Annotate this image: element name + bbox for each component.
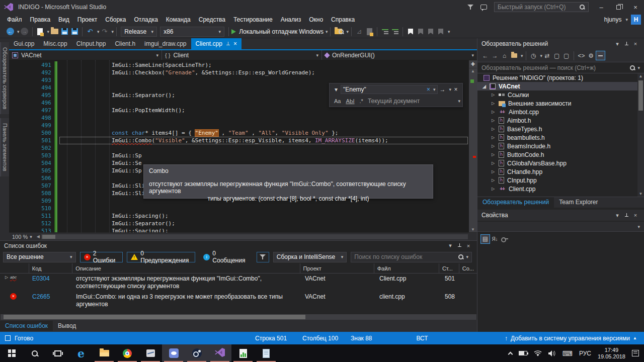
messages-toggle[interactable]: i 0 Сообщения: [199, 252, 252, 262]
tree-item-Aimbot.h[interactable]: ▷hAimbot.h: [477, 116, 644, 125]
se-back-icon[interactable]: ←: [480, 51, 490, 60]
expander-icon[interactable]: ▷: [492, 110, 499, 114]
language-indicator[interactable]: РУС: [579, 350, 591, 357]
match-case-toggle[interactable]: Aa: [334, 98, 341, 104]
error-list-hscrollbar[interactable]: [1, 314, 476, 320]
column-code[interactable]: Код: [29, 263, 73, 274]
save-all-icon[interactable]: [69, 27, 79, 36]
menu-item-10[interactable]: Окно: [305, 15, 327, 24]
properties-close-icon[interactable]: ×: [631, 212, 640, 218]
expander-icon[interactable]: ▷: [492, 178, 499, 183]
expander-icon[interactable]: ▷: [3, 275, 10, 280]
whole-word-toggle[interactable]: АЫ: [346, 98, 354, 104]
alphabetical-icon[interactable]: Я↓: [490, 234, 500, 244]
warnings-toggle[interactable]: 0 Предупреждения: [127, 252, 195, 262]
taskbar-task-view-button[interactable]: [46, 344, 69, 362]
se-properties-icon[interactable]: ⚙: [586, 51, 596, 60]
indent-icon[interactable]: [380, 27, 390, 36]
touch-keyboard-icon[interactable]: ⌨: [562, 350, 573, 357]
find-scope-select[interactable]: Текущий документ: [368, 98, 456, 105]
editor-horizontal-scrollbar[interactable]: [41, 234, 468, 239]
taskbar-chrome-button[interactable]: [116, 344, 139, 362]
feedback-icon[interactable]: [477, 2, 490, 12]
save-icon[interactable]: [59, 27, 69, 36]
tree-item-BeamsInclude.h[interactable]: ▷hBeamsInclude.h: [477, 142, 644, 150]
se-sync-icon[interactable]: ⇄: [542, 51, 552, 60]
regex-toggle[interactable]: .*: [360, 98, 363, 104]
column-file[interactable]: Файл: [374, 263, 439, 274]
clear-query-icon[interactable]: ×: [427, 86, 430, 93]
tree-item-CHandle.hpp[interactable]: ▷hCHandle.hpp: [477, 167, 644, 176]
tree-project-row[interactable]: ◢VACnet: [477, 82, 644, 90]
expander-icon[interactable]: ▷: [492, 152, 499, 157]
taskbar-start-button[interactable]: [0, 344, 23, 362]
debug-target-dropdown-icon[interactable]: ▾: [326, 29, 328, 34]
taskbar-steam-button[interactable]: [185, 344, 208, 362]
expander-icon[interactable]: ▷: [492, 135, 499, 140]
tree-item-CGlobalVarsBase.hpp[interactable]: ▷hCGlobalVarsBase.hpp: [477, 159, 644, 167]
select-cursor-icon[interactable]: ⊿: [354, 27, 364, 36]
se-view-code-icon[interactable]: <>: [577, 51, 586, 60]
se-pending-changes-icon[interactable]: ◷: [529, 51, 538, 60]
column-description[interactable]: Описание: [72, 263, 300, 274]
panel-tab-Список ошибок[interactable]: Список ошибок: [0, 321, 53, 331]
tree-item-CInput.hpp[interactable]: ▷hCInput.hpp: [477, 176, 644, 185]
categorized-icon[interactable]: ▤: [480, 234, 490, 244]
tab-Client.h[interactable]: Client.h: [110, 38, 140, 49]
expander-icon[interactable]: ▷: [492, 127, 499, 131]
tree-item-Ссылки[interactable]: ▷Ссылки: [477, 90, 644, 99]
column-project[interactable]: Проект: [300, 263, 374, 274]
se-forward-icon[interactable]: →: [490, 51, 500, 60]
taskbar-edge-button[interactable]: e: [69, 344, 93, 362]
properties-pin-icon[interactable]: [622, 213, 631, 218]
split-grip-icon[interactable]: ✚: [469, 60, 477, 68]
menu-item-8[interactable]: Тестирование: [229, 15, 277, 24]
error-code-link[interactable]: C2665: [29, 293, 73, 308]
find-expand-icon[interactable]: ▾: [332, 86, 341, 93]
tray-chevron-icon[interactable]: [509, 351, 512, 356]
volume-icon[interactable]: [548, 350, 556, 356]
quick-launch-input[interactable]: Быстрый запуск (Ctrl+Q): [494, 2, 589, 12]
panel-tab-Team Explorer[interactable]: Team Explorer: [554, 197, 603, 208]
zoom-control[interactable]: 100 %▾: [9, 234, 35, 240]
tree-item-Aimbot.cpp[interactable]: ▷++Aimbot.cpp: [477, 108, 644, 116]
platform-select[interactable]: x86▾: [160, 27, 224, 37]
notifications-funnel-icon[interactable]: [464, 2, 477, 12]
scope-select[interactable]: Все решение▾: [3, 252, 76, 262]
source-filter-select[interactable]: Сборка и IntelliSense▾: [273, 252, 347, 262]
tree-item-beambullets.h[interactable]: ▷hbeambullets.h: [477, 133, 644, 142]
panel-tab-Обозреватель решений[interactable]: Обозреватель решений: [477, 197, 554, 208]
menu-item-6[interactable]: Команда: [162, 15, 195, 24]
errors-toggle[interactable]: × 2 Ошибки: [80, 252, 123, 262]
error-list-dropdown-icon[interactable]: ▾: [446, 242, 455, 249]
taskbar-green-doc-app-button[interactable]: [231, 344, 255, 362]
clock[interactable]: 17:49 19.05.2018: [598, 347, 625, 360]
account-user[interactable]: hjunys: [604, 16, 622, 23]
open-file-icon[interactable]: [49, 27, 59, 36]
editor-vertical-scrollbar[interactable]: ✚ ▲ ▼: [469, 60, 477, 232]
code-editor[interactable]: 491ImGui::SameLine(SpaceLineThr);492ImGu…: [9, 60, 477, 232]
bookmark-dropdown-icon[interactable]: ▾: [448, 29, 450, 34]
error-list-pin-icon[interactable]: [455, 243, 464, 248]
close-button[interactable]: ×: [627, 1, 644, 14]
error-row-C2665[interactable]: ×C2665ImGui::Combo: ни одна из 3 перегру…: [0, 292, 477, 310]
expander-icon[interactable]: ▷: [492, 93, 499, 97]
error-row-E0304[interactable]: ▷abcE0304отсутствуют экземпляры перегруж…: [0, 274, 477, 292]
column-suppression[interactable]: Со...: [459, 263, 477, 274]
tab-imgui_draw.cpp[interactable]: imgui_draw.cpp: [140, 38, 191, 49]
tree-item-ButtonCode.h[interactable]: ▷hButtonCode.h: [477, 150, 644, 159]
properties-object-select[interactable]: ▾: [477, 222, 644, 232]
restore-button[interactable]: [610, 1, 627, 14]
navigate-forward-icon[interactable]: →: [20, 27, 30, 36]
expander-icon[interactable]: ▷: [492, 144, 499, 148]
solution-search-dropdown-icon[interactable]: ▾: [637, 65, 640, 70]
minimize-button[interactable]: –: [593, 1, 610, 14]
error-list-close-icon[interactable]: ×: [464, 243, 473, 249]
navbar-type-dropdown[interactable]: { } Client ▾: [162, 50, 322, 60]
bookmark-icon[interactable]: [406, 27, 416, 36]
scroll-up-icon[interactable]: ▲: [469, 69, 477, 73]
column-line[interactable]: Ст...: [439, 263, 459, 274]
pin-icon[interactable]: [226, 42, 230, 46]
outdent-icon[interactable]: [390, 27, 400, 36]
menu-item-5[interactable]: Отладка: [130, 15, 162, 24]
